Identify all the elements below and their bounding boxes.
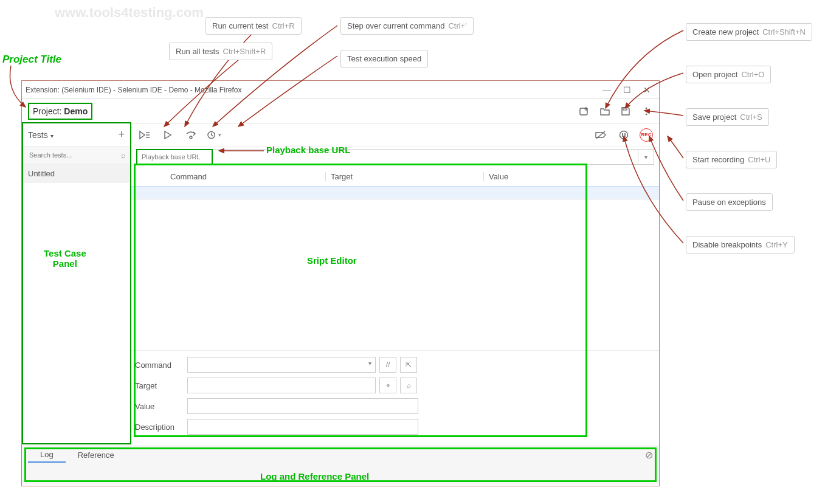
close-button[interactable]: ✕ [643, 85, 651, 95]
url-dropdown[interactable]: ▾ [638, 149, 654, 165]
form-label-target: Target [135, 381, 187, 390]
project-name: Project: Demo [28, 103, 92, 120]
run-current-test-button[interactable] [161, 128, 175, 142]
save-project-icon[interactable] [619, 105, 632, 118]
tooltip-pause-exceptions: Pause on exceptions [686, 193, 773, 211]
select-target-button[interactable]: ⌖ [379, 378, 396, 393]
form-label-command: Command [135, 361, 187, 370]
svg-line-13 [212, 135, 213, 136]
grid-header: Command Target Value [131, 167, 659, 187]
label-project-title: Project Title [2, 54, 61, 66]
svg-point-10 [190, 136, 192, 139]
playback-url-input[interactable] [138, 151, 211, 163]
log-reference-panel: Log Reference ⊘ [22, 446, 659, 485]
run-all-tests-button[interactable] [137, 128, 152, 142]
tooltip-exec-speed: Test execution speed [340, 50, 428, 67]
tab-reference[interactable]: Reference [66, 448, 126, 462]
tooltip-run-all: Run all testsCtrl+Shift+R [169, 43, 272, 60]
selenium-ide-window: Extension: (Selenium IDE) - Selenium IDE… [21, 80, 660, 486]
col-command: Command [168, 172, 326, 181]
tab-log[interactable]: Log [28, 447, 66, 463]
form-label-value: Value [135, 402, 187, 411]
grid-row[interactable] [131, 187, 659, 199]
svg-point-5 [646, 110, 647, 112]
record-button[interactable]: REC [640, 128, 653, 142]
search-icon: ⌕ [121, 151, 126, 160]
toggle-comment-button[interactable]: // [379, 357, 396, 373]
tooltip-step-over: Step over current commandCtrl+' [340, 17, 474, 35]
command-select[interactable] [187, 357, 376, 373]
find-target-button[interactable]: ⌕ [400, 378, 417, 393]
target-input[interactable] [187, 378, 376, 393]
more-menu-icon[interactable] [640, 105, 653, 118]
svg-point-4 [646, 107, 647, 109]
watermark: www.tools4testing.com [55, 5, 204, 21]
command-form: Command // ⇱ Target ⌖ ⌕ Value Descriptio… [131, 350, 659, 446]
test-case-panel: Tests ▾ + ⌕ Untitled [22, 123, 131, 446]
value-input[interactable] [187, 398, 418, 414]
topbar: Project: Demo [22, 99, 659, 123]
tooltip-disable-breakpoints: Disable breakpointsCtrl+Y [686, 236, 795, 254]
pause-on-exceptions-button[interactable] [616, 128, 631, 142]
disable-breakpoints-button[interactable] [593, 128, 608, 142]
clear-log-button[interactable]: ⊘ [645, 449, 653, 461]
create-project-icon[interactable] [578, 105, 591, 118]
script-editor-area: ▾ REC ▾ Command Target Value [131, 123, 659, 446]
svg-point-6 [646, 113, 647, 115]
tooltip-save-project: Save projectCtrl+S [686, 108, 769, 126]
execution-speed-button[interactable]: ▾ [207, 128, 221, 142]
minimize-button[interactable]: — [602, 85, 611, 95]
search-tests-input[interactable] [27, 149, 121, 161]
form-label-description: Description [135, 423, 187, 432]
description-input[interactable] [187, 419, 418, 435]
titlebar: Extension: (Selenium IDE) - Selenium IDE… [22, 81, 659, 99]
playback-url-input-ext[interactable] [213, 149, 638, 165]
open-project-icon[interactable] [598, 105, 612, 118]
col-value: Value [484, 172, 659, 181]
add-test-button[interactable]: + [118, 128, 125, 141]
tooltip-start-recording: Start recordingCtrl+U [686, 151, 777, 168]
tooltip-run-current: Run current testCtrl+R [205, 17, 302, 35]
col-target: Target [326, 172, 484, 181]
tests-dropdown[interactable]: Tests ▾ [28, 130, 54, 140]
open-reference-button[interactable]: ⇱ [400, 357, 417, 373]
step-over-button[interactable] [184, 128, 198, 142]
maximize-button[interactable]: ☐ [623, 85, 631, 95]
svg-point-15 [620, 131, 628, 139]
window-title: Extension: (Selenium IDE) - Selenium IDE… [26, 86, 241, 94]
tooltip-open-project: Open projectCtrl+O [686, 66, 771, 83]
test-item[interactable]: Untitled [22, 164, 131, 183]
tooltip-create-project: Create new projectCtrl+Shift+N [686, 23, 812, 41]
